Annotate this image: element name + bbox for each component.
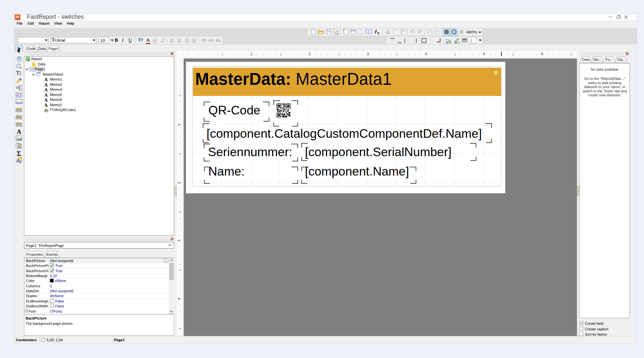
svg-text:T: T <box>16 70 19 76</box>
svg-text:Data: Data <box>38 47 46 51</box>
svg-text:Fu...: Fu... <box>606 58 613 61</box>
svg-text:A: A <box>16 93 19 97</box>
svg-text:f: f <box>375 29 377 35</box>
svg-text:x: x <box>377 31 380 35</box>
svg-text:Data: Data <box>582 58 590 61</box>
svg-text:Events: Events <box>47 252 58 256</box>
svg-text:Properties: Properties <box>27 252 43 256</box>
svg-text:A: A <box>16 158 20 163</box>
svg-text:Page1: Page1 <box>49 47 59 51</box>
svg-text:Cla...: Cla... <box>617 58 626 61</box>
svg-text:Code: Code <box>27 47 35 51</box>
svg-text:ab: ab <box>152 38 157 42</box>
svg-text:Var...: Var... <box>593 58 602 61</box>
